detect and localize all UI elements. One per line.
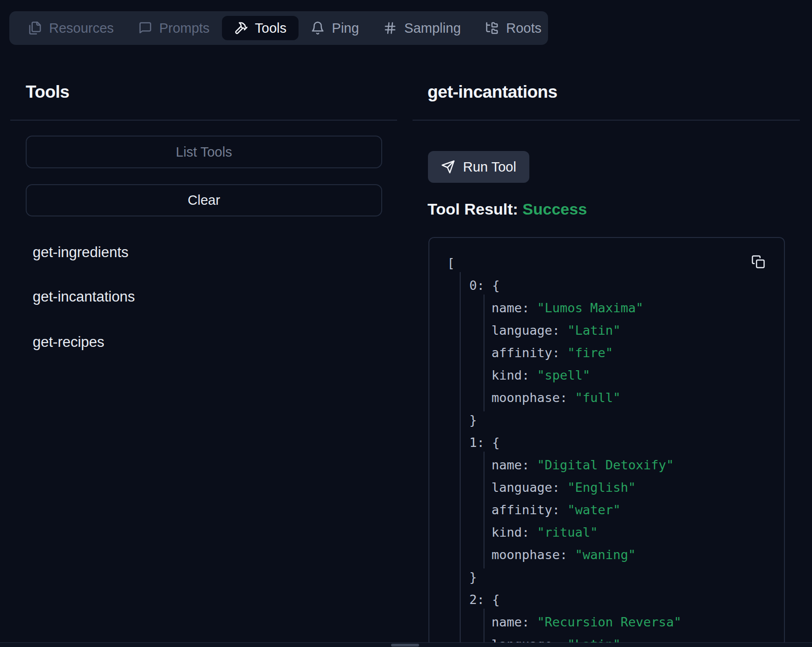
tool-result-json-viewer[interactable]: [0: {name: "Lumos Maxima"language: "Lati… (428, 237, 785, 647)
tab-resources[interactable]: Resources (16, 16, 126, 40)
tool-result-label: Tool Result: (427, 200, 518, 218)
json-line: moonphase: "waning" (429, 544, 784, 566)
json-line: affinity: "water" (429, 499, 784, 521)
top-nav-bar: Resources Prompts Tools Ping Sampling Ro… (9, 11, 548, 45)
indent-guide (460, 272, 461, 647)
copy-icon[interactable] (751, 254, 767, 270)
json-line: 0: { (429, 274, 784, 297)
json-lines: [0: {name: "Lumos Maxima"language: "Lati… (429, 252, 784, 647)
files-icon (28, 21, 42, 35)
hash-icon (383, 21, 397, 35)
tool-list-item-get-recipes[interactable]: get-recipes (33, 334, 104, 351)
json-line: kind: "spell" (429, 364, 784, 387)
indent-guide (484, 295, 484, 411)
tab-tools[interactable]: Tools (222, 16, 299, 40)
tool-list-item-get-ingredients[interactable]: get-ingredients (33, 244, 128, 261)
right-panel-divider (413, 120, 800, 121)
left-panel-divider (10, 120, 397, 121)
tab-ping[interactable]: Ping (299, 16, 371, 40)
tab-roots[interactable]: Roots (473, 16, 554, 40)
tools-panel-title: Tools (26, 82, 69, 102)
message-icon (138, 21, 152, 35)
run-tool-label: Run Tool (463, 159, 516, 175)
json-line: 2: { (429, 589, 784, 611)
json-line: moonphase: "full" (429, 387, 784, 409)
list-tools-button[interactable]: List Tools (26, 136, 382, 168)
tab-sampling[interactable]: Sampling (371, 16, 473, 40)
run-tool-button[interactable]: Run Tool (428, 151, 529, 183)
folder-tree-icon (485, 21, 499, 35)
json-line: name: "Recursion Reversa" (429, 611, 784, 633)
tab-label: Prompts (159, 21, 210, 36)
json-line: language: "Latin" (429, 319, 784, 342)
tab-prompts[interactable]: Prompts (126, 16, 222, 40)
tab-label: Ping (332, 21, 359, 36)
hammer-icon (234, 21, 248, 35)
json-line: language: "English" (429, 476, 784, 499)
horizontal-scrollbar-thumb[interactable] (391, 644, 419, 647)
json-line: name: "Digital Detoxify" (429, 454, 784, 476)
bell-icon (311, 21, 325, 35)
tool-result-status: Success (522, 200, 587, 218)
tab-label: Tools (255, 21, 287, 36)
json-line: name: "Lumos Maxima" (429, 297, 784, 319)
tab-label: Roots (506, 21, 541, 36)
tool-list-item-get-incantations[interactable]: get-incantations (33, 288, 135, 305)
json-line: 1: { (429, 431, 784, 454)
tab-label: Resources (49, 21, 114, 36)
json-line: [ (429, 252, 784, 274)
json-line: affinity: "fire" (429, 342, 784, 364)
tool-result-line: Tool Result: Success (427, 200, 587, 218)
indent-guide (484, 452, 484, 568)
tab-label: Sampling (404, 21, 461, 36)
clear-button[interactable]: Clear (26, 184, 382, 216)
horizontal-scrollbar-track[interactable] (0, 642, 812, 647)
json-line: } (429, 409, 784, 431)
send-icon (441, 160, 455, 174)
selected-tool-title: get-incantations (427, 82, 557, 102)
indent-guide (484, 609, 484, 647)
json-line: } (429, 566, 784, 589)
json-line: kind: "ritual" (429, 521, 784, 544)
